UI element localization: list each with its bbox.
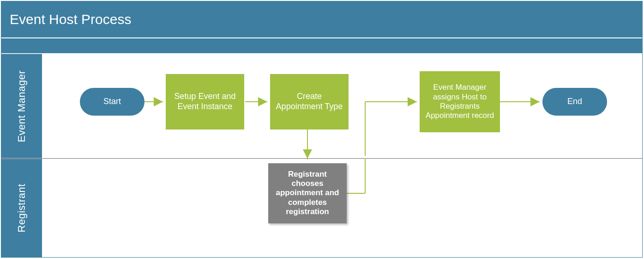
node-create-appointment-type: Create Appointment Type <box>270 74 349 130</box>
lane-content-registrant: Registrant chooses appointment and compl… <box>42 159 642 257</box>
lane-label-event-manager: Event Manager <box>1 54 42 158</box>
lane-label-registrant: Registrant <box>1 159 42 257</box>
node-create-appointment-type-label: Create Appointment Type <box>275 92 344 111</box>
pool-title: Event Host Process <box>1 1 642 37</box>
node-start: Start <box>80 88 144 116</box>
node-assign-host: Event Manager assigns Host to Registrant… <box>420 71 500 132</box>
node-registrant-completes-label: Registrant chooses appointment and compl… <box>273 170 342 217</box>
lane-content-event-manager: Start Setup Event and Event Instance Cre… <box>42 54 642 158</box>
swimlane-pool: Event Host Process Event Manager <box>1 1 643 258</box>
node-end: End <box>542 88 607 116</box>
lanes-container: Event Manager <box>1 54 642 257</box>
pool-header-spacer <box>1 37 642 54</box>
node-setup-event-label: Setup Event and Event Instance <box>170 92 240 111</box>
lane-registrant: Registrant Registrant chooses appointmen… <box>1 158 642 257</box>
node-start-label: Start <box>103 97 121 107</box>
node-end-label: End <box>567 97 582 107</box>
node-registrant-completes: Registrant chooses appointment and compl… <box>268 163 347 223</box>
node-setup-event: Setup Event and Event Instance <box>166 74 244 130</box>
node-assign-host-label: Event Manager assigns Host to Registrant… <box>424 83 495 121</box>
lane-event-manager: Event Manager <box>1 54 642 158</box>
pool-title-text: Event Host Process <box>10 12 131 27</box>
